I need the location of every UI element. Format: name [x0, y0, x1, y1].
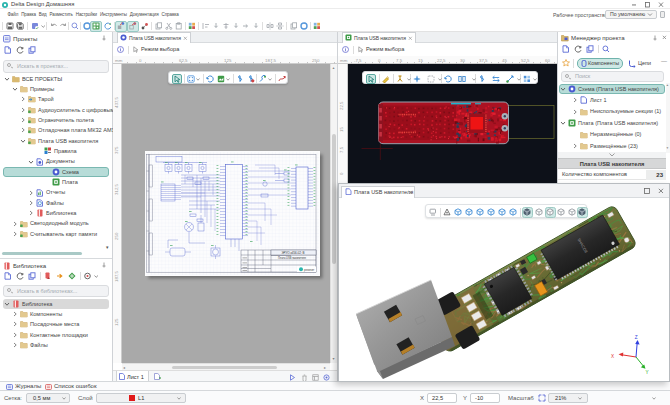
svg-text:резонит: резонит — [304, 267, 315, 271]
svg-text:Y: Y — [646, 370, 649, 375]
svg-text:ЭРУО.к456.02; В: ЭРУО.к456.02; В — [281, 250, 304, 254]
svg-text:X: X — [611, 354, 614, 359]
svg-text:Плата USB накопителя: Плата USB накопителя — [278, 255, 307, 259]
svg-text:Z: Z — [635, 335, 638, 340]
